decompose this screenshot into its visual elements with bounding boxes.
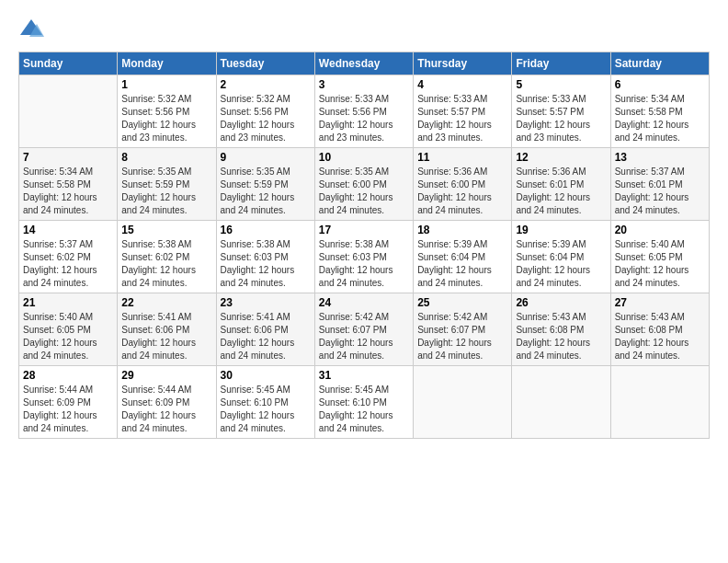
day-cell: 17Sunrise: 5:38 AM Sunset: 6:03 PM Dayli… — [314, 221, 413, 293]
day-cell: 30Sunrise: 5:45 AM Sunset: 6:10 PM Dayli… — [216, 366, 314, 439]
day-number: 30 — [221, 369, 311, 382]
day-cell: 28Sunrise: 5:44 AM Sunset: 6:09 PM Dayli… — [19, 366, 118, 439]
week-row-3: 14Sunrise: 5:37 AM Sunset: 6:02 PM Dayli… — [19, 221, 710, 293]
day-cell: 6Sunrise: 5:34 AM Sunset: 5:58 PM Daylig… — [610, 75, 709, 148]
day-cell: 12Sunrise: 5:36 AM Sunset: 6:01 PM Dayli… — [512, 148, 610, 221]
day-number: 20 — [615, 224, 705, 236]
day-info: Sunrise: 5:40 AM Sunset: 6:05 PM Dayligh… — [615, 238, 705, 290]
day-number: 26 — [516, 296, 606, 309]
day-cell — [512, 366, 610, 439]
day-info: Sunrise: 5:44 AM Sunset: 6:09 PM Dayligh… — [23, 384, 113, 435]
logo — [18, 17, 48, 42]
day-info: Sunrise: 5:44 AM Sunset: 6:09 PM Dayligh… — [121, 384, 211, 435]
day-info: Sunrise: 5:38 AM Sunset: 6:02 PM Dayligh… — [121, 238, 211, 290]
day-cell: 25Sunrise: 5:42 AM Sunset: 6:07 PM Dayli… — [414, 293, 512, 366]
day-info: Sunrise: 5:32 AM Sunset: 5:56 PM Dayligh… — [221, 93, 311, 144]
day-info: Sunrise: 5:33 AM Sunset: 5:57 PM Dayligh… — [417, 93, 507, 144]
day-info: Sunrise: 5:36 AM Sunset: 6:01 PM Dayligh… — [516, 166, 606, 217]
week-row-1: 1Sunrise: 5:32 AM Sunset: 5:56 PM Daylig… — [19, 75, 710, 148]
day-info: Sunrise: 5:33 AM Sunset: 5:56 PM Dayligh… — [319, 93, 409, 144]
day-info: Sunrise: 5:42 AM Sunset: 6:07 PM Dayligh… — [417, 311, 507, 362]
day-number: 12 — [516, 151, 606, 164]
day-cell: 5Sunrise: 5:33 AM Sunset: 5:57 PM Daylig… — [512, 75, 610, 148]
day-info: Sunrise: 5:38 AM Sunset: 6:03 PM Dayligh… — [319, 238, 409, 290]
day-info: Sunrise: 5:39 AM Sunset: 6:04 PM Dayligh… — [417, 238, 507, 290]
day-cell — [414, 366, 512, 439]
day-cell: 16Sunrise: 5:38 AM Sunset: 6:03 PM Dayli… — [216, 221, 314, 293]
day-info: Sunrise: 5:35 AM Sunset: 5:59 PM Dayligh… — [221, 166, 311, 217]
day-number: 6 — [615, 78, 705, 91]
day-info: Sunrise: 5:41 AM Sunset: 6:06 PM Dayligh… — [221, 311, 311, 362]
week-row-5: 28Sunrise: 5:44 AM Sunset: 6:09 PM Dayli… — [19, 366, 710, 439]
day-number: 8 — [121, 151, 211, 164]
day-cell — [610, 366, 709, 439]
header-row: SundayMondayTuesdayWednesdayThursdayFrid… — [19, 52, 710, 75]
day-number: 7 — [23, 151, 113, 164]
col-header-thursday: Thursday — [414, 52, 512, 75]
day-number: 4 — [417, 78, 507, 91]
header — [18, 17, 710, 42]
day-cell: 23Sunrise: 5:41 AM Sunset: 6:06 PM Dayli… — [216, 293, 314, 366]
day-number: 18 — [417, 224, 507, 236]
day-info: Sunrise: 5:38 AM Sunset: 6:03 PM Dayligh… — [221, 238, 311, 290]
day-cell: 19Sunrise: 5:39 AM Sunset: 6:04 PM Dayli… — [512, 221, 610, 293]
day-number: 16 — [221, 224, 311, 236]
logo-icon — [18, 17, 44, 42]
day-number: 9 — [221, 151, 311, 164]
day-info: Sunrise: 5:41 AM Sunset: 6:06 PM Dayligh… — [121, 311, 211, 362]
day-cell: 15Sunrise: 5:38 AM Sunset: 6:02 PM Dayli… — [118, 221, 216, 293]
day-cell: 3Sunrise: 5:33 AM Sunset: 5:56 PM Daylig… — [314, 75, 413, 148]
col-header-wednesday: Wednesday — [314, 52, 413, 75]
day-number: 17 — [319, 224, 409, 236]
day-info: Sunrise: 5:43 AM Sunset: 6:08 PM Dayligh… — [615, 311, 705, 362]
day-number: 31 — [319, 369, 409, 382]
day-number: 22 — [121, 296, 211, 309]
day-number: 25 — [417, 296, 507, 309]
col-header-monday: Monday — [118, 52, 216, 75]
calendar-table: SundayMondayTuesdayWednesdayThursdayFrid… — [18, 52, 710, 439]
day-cell: 11Sunrise: 5:36 AM Sunset: 6:00 PM Dayli… — [414, 148, 512, 221]
day-info: Sunrise: 5:35 AM Sunset: 6:00 PM Dayligh… — [319, 166, 409, 217]
day-cell — [19, 75, 118, 148]
day-number: 29 — [121, 369, 211, 382]
day-number: 21 — [23, 296, 113, 309]
col-header-tuesday: Tuesday — [216, 52, 314, 75]
day-cell: 9Sunrise: 5:35 AM Sunset: 5:59 PM Daylig… — [216, 148, 314, 221]
day-number: 11 — [417, 151, 507, 164]
day-cell: 14Sunrise: 5:37 AM Sunset: 6:02 PM Dayli… — [19, 221, 118, 293]
day-info: Sunrise: 5:40 AM Sunset: 6:05 PM Dayligh… — [23, 311, 113, 362]
day-number: 19 — [516, 224, 606, 236]
day-number: 23 — [221, 296, 311, 309]
col-header-sunday: Sunday — [19, 52, 118, 75]
day-info: Sunrise: 5:37 AM Sunset: 6:01 PM Dayligh… — [615, 166, 705, 217]
week-row-2: 7Sunrise: 5:34 AM Sunset: 5:58 PM Daylig… — [19, 148, 710, 221]
day-cell: 21Sunrise: 5:40 AM Sunset: 6:05 PM Dayli… — [19, 293, 118, 366]
day-cell: 13Sunrise: 5:37 AM Sunset: 6:01 PM Dayli… — [610, 148, 709, 221]
day-cell: 26Sunrise: 5:43 AM Sunset: 6:08 PM Dayli… — [512, 293, 610, 366]
day-info: Sunrise: 5:45 AM Sunset: 6:10 PM Dayligh… — [221, 384, 311, 435]
day-info: Sunrise: 5:37 AM Sunset: 6:02 PM Dayligh… — [23, 238, 113, 290]
day-cell: 22Sunrise: 5:41 AM Sunset: 6:06 PM Dayli… — [118, 293, 216, 366]
day-cell: 18Sunrise: 5:39 AM Sunset: 6:04 PM Dayli… — [414, 221, 512, 293]
day-cell: 31Sunrise: 5:45 AM Sunset: 6:10 PM Dayli… — [314, 366, 413, 439]
day-cell: 10Sunrise: 5:35 AM Sunset: 6:00 PM Dayli… — [314, 148, 413, 221]
day-number: 27 — [615, 296, 705, 309]
week-row-4: 21Sunrise: 5:40 AM Sunset: 6:05 PM Dayli… — [19, 293, 710, 366]
col-header-saturday: Saturday — [610, 52, 709, 75]
day-number: 5 — [516, 78, 606, 91]
day-number: 2 — [221, 78, 311, 91]
day-cell: 4Sunrise: 5:33 AM Sunset: 5:57 PM Daylig… — [414, 75, 512, 148]
day-info: Sunrise: 5:45 AM Sunset: 6:10 PM Dayligh… — [319, 384, 409, 435]
col-header-friday: Friday — [512, 52, 610, 75]
day-number: 28 — [23, 369, 113, 382]
day-info: Sunrise: 5:36 AM Sunset: 6:00 PM Dayligh… — [417, 166, 507, 217]
page: SundayMondayTuesdayWednesdayThursdayFrid… — [0, 0, 728, 563]
day-cell: 8Sunrise: 5:35 AM Sunset: 5:59 PM Daylig… — [118, 148, 216, 221]
day-info: Sunrise: 5:33 AM Sunset: 5:57 PM Dayligh… — [516, 93, 606, 144]
day-cell: 24Sunrise: 5:42 AM Sunset: 6:07 PM Dayli… — [314, 293, 413, 366]
day-cell: 20Sunrise: 5:40 AM Sunset: 6:05 PM Dayli… — [610, 221, 709, 293]
day-number: 3 — [319, 78, 409, 91]
day-info: Sunrise: 5:35 AM Sunset: 5:59 PM Dayligh… — [121, 166, 211, 217]
day-cell: 7Sunrise: 5:34 AM Sunset: 5:58 PM Daylig… — [19, 148, 118, 221]
day-cell: 1Sunrise: 5:32 AM Sunset: 5:56 PM Daylig… — [118, 75, 216, 148]
